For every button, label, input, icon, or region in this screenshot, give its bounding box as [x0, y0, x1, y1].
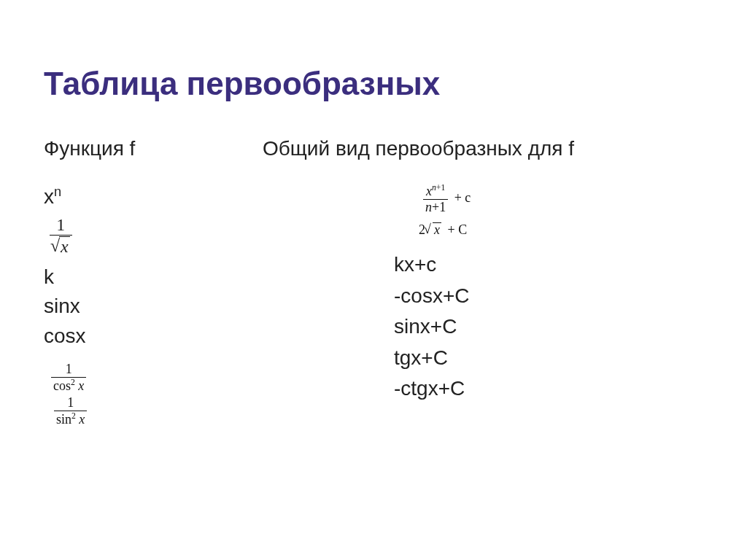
item-kxc: kx+c	[394, 252, 703, 278]
column-function: Функция f xn 1 x k	[44, 137, 263, 430]
item-1-over-cos2x: 1 cos2 x	[51, 362, 263, 394]
frac1-den-x: x	[59, 236, 70, 257]
cos2-x: x	[78, 378, 84, 393]
item-sinx: sinx	[44, 293, 263, 319]
cos2-cos: cos	[53, 378, 71, 393]
item-cosx: cosx	[44, 323, 263, 349]
item-tgxc: tgx+C	[394, 345, 703, 371]
item-1-over-sqrt-x: 1 x	[50, 215, 263, 257]
cos2-num: 1	[51, 362, 86, 378]
left-stack: xn 1 x k sinx cosx	[44, 184, 263, 427]
sqrt-icon-2: x	[425, 222, 441, 238]
item-power-antiderivative: xn+1 n+1 + c	[423, 184, 703, 215]
item-xn: xn	[44, 184, 263, 211]
pow-num-exp-b: 1	[441, 183, 445, 192]
sqrt-x: x	[433, 222, 441, 238]
sqrt-icon: x	[52, 236, 70, 257]
column-antiderivative: Общий вид первообразных для f xn+1 n+1 +…	[263, 137, 703, 430]
header-function: Функция f	[44, 137, 263, 160]
sqrt-tail: + C	[448, 222, 468, 237]
frac1-num: 1	[50, 215, 72, 236]
item-mctgxc: -ctgx+C	[394, 376, 703, 402]
sin2-sin: sin	[56, 412, 71, 427]
sin2-x: x	[79, 412, 85, 427]
content-columns: Функция f xn 1 x k	[44, 137, 703, 430]
pow-num-base: x	[426, 184, 432, 198]
sin2-num: 1	[54, 396, 87, 411]
xn-base: x	[44, 185, 54, 208]
cos2-exp: 2	[71, 378, 75, 387]
header-antiderivative: Общий вид первообразных для f	[263, 137, 703, 160]
sin2-exp: 2	[71, 411, 76, 421]
pow-den-b: 1	[439, 200, 446, 214]
item-1-over-sin2x: 1 sin2 x	[54, 396, 263, 427]
item-2sqrtx: 2x + C	[419, 222, 703, 238]
item-sinxc: sinx+C	[394, 314, 703, 340]
xn-exp: n	[54, 184, 61, 199]
item-mcosxc: -cosx+C	[394, 283, 703, 309]
pow-den-plus: +	[432, 200, 439, 214]
slide: Таблица первообразных Функция f xn 1 x	[0, 0, 747, 459]
pow-tail: + c	[454, 190, 471, 205]
pow-den-a: n	[425, 200, 432, 214]
page-title: Таблица первообразных	[44, 66, 703, 102]
item-k: k	[44, 264, 263, 290]
